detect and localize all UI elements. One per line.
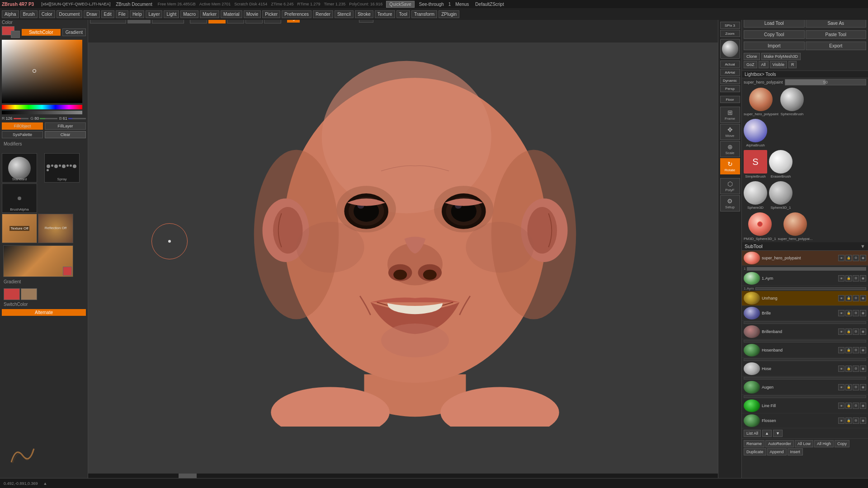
menu-document[interactable]: Document [57,10,83,18]
subtool-item-xyz[interactable]: Unrhang 👁 🔒 ⚙ ◉ [742,291,868,306]
frame-btn[interactable]: ⊞ Frame [720,107,740,123]
reflection-thumb[interactable]: Reflection Off [38,214,73,243]
standard-brush-thumb[interactable]: Standard [2,153,37,183]
subtool-vis-augen[interactable]: ◉ [860,384,866,390]
move-nav-btn[interactable]: ✥ Move [720,124,740,140]
zoom-btn[interactable]: Zoom [720,30,740,37]
menu-color[interactable]: Color [39,10,55,18]
subtool-slider-2[interactable] [755,287,866,290]
brush-item-sphere3d[interactable]: Sphere3D [744,181,767,210]
subtool-item-1[interactable]: super_hero_polypaint 👁 🔒 ⚙ ◉ [742,251,868,266]
subtool-eye-flossen[interactable]: 👁 [838,418,844,424]
menu-marker[interactable]: Marker [200,10,219,18]
subtool-gear-flossen[interactable]: ⚙ [853,418,859,424]
menu-light[interactable]: Light [164,10,179,18]
background-color[interactable] [11,31,20,38]
subtool-gear-2[interactable]: ⚙ [853,275,859,282]
subtool-item-2[interactable]: 1.Aym 👁 🔒 ⚙ ◉ [742,271,868,286]
intensity-slider[interactable]: 50 [785,79,866,85]
brush-item-superhero[interactable]: super_hero_polypaint [744,88,778,116]
floor-btn[interactable]: Floor [720,96,740,103]
subtool-gear-augen[interactable]: ⚙ [853,384,859,390]
subtool-eye-2[interactable]: 👁 [838,275,844,282]
subtool-gear-xyz[interactable]: ⚙ [853,295,859,301]
subtool-vis-flossen[interactable]: ◉ [860,418,866,424]
subtool-item-brillenband[interactable]: Brillenband 👁 🔒 ⚙ ◉ [742,324,868,339]
arrow-down-button[interactable]: ▼ [773,430,783,437]
g-slider[interactable] [40,118,57,119]
rotate-nav-btn[interactable]: ↻ Rotate [720,158,740,174]
brille-slider[interactable] [744,321,866,324]
menu-brush[interactable]: Brush [20,10,38,18]
subtool-eye-hosenband[interactable]: 👁 [838,347,844,353]
spix-btn[interactable]: SPix 3 [720,22,740,29]
subtool-lock-hose[interactable]: 🔒 [845,366,852,372]
import-button[interactable]: Import [744,42,805,50]
brush-item-superhero2[interactable]: super_hero_polypai... [778,212,813,241]
scroll-thumb[interactable] [179,474,197,478]
subtool-vis-xyz[interactable]: ◉ [860,295,866,301]
hue-slider[interactable] [2,105,82,109]
thumbnail-sphere[interactable] [720,39,740,59]
canvas-scrollbar[interactable] [88,474,718,478]
brush-item-sphere3d-1[interactable]: Sphere3D_1 [769,181,793,210]
menu-alpha[interactable]: Alpha [2,10,19,18]
menu-texture[interactable]: Texture [375,10,395,18]
augen-slider[interactable] [744,395,866,398]
subtool-vis-hosenband[interactable]: ◉ [860,347,866,353]
sys-palette-button[interactable]: SysPalette [2,131,43,138]
gradient-button[interactable]: Gradient [62,28,86,36]
quicksave-btn[interactable]: QuickSave [386,1,414,8]
paste-tool-button[interactable]: Paste Tool [806,30,867,39]
subtool-lock-flossen[interactable]: 🔒 [845,418,852,424]
r-button[interactable]: R [788,61,797,68]
actual-btn[interactable]: Actual [720,61,740,68]
subtool-lock-linefill[interactable]: 🔒 [845,403,852,409]
subtool-vis-hose[interactable]: ◉ [860,366,866,372]
subtool-eye-xyz[interactable]: 👁 [838,295,844,301]
append-button[interactable]: Append [767,448,787,455]
menu-stencil[interactable]: Stencil [335,10,354,18]
subtool-gear-1[interactable]: ⚙ [853,255,859,261]
export-button[interactable]: Export [806,42,867,50]
arrow-up-button[interactable]: ▲ [762,430,772,437]
subtool-item-hosenband[interactable]: Hosenband 👁 🔒 ⚙ ◉ [742,343,868,358]
brush-item-spheres[interactable]: SpheresBrush [780,88,804,116]
switch-color-button[interactable]: SwitchColor [22,29,61,36]
subtool-gear-hose[interactable]: ⚙ [853,366,859,372]
menu-material[interactable]: Material [221,10,242,18]
clone-button[interactable]: Clone [744,53,760,60]
load-tool-button[interactable]: Load Tool [744,19,805,28]
menu-render[interactable]: Render [313,10,333,18]
setup-btn[interactable]: ⚙ Setup [720,195,740,211]
menu-macro[interactable]: Macro [180,10,198,18]
duplicate-button[interactable]: Duplicate [744,448,766,455]
subtool-eye-brille[interactable]: 👁 [838,310,844,316]
zbrush-document[interactable]: ZBrush Document [114,1,154,7]
copy-tool-button[interactable]: Copy Tool [744,30,805,39]
subtool-lock-augen[interactable]: 🔒 [845,384,852,390]
clear-button[interactable]: Clear [45,131,86,138]
menu-zplugin[interactable]: ZPlugin [439,10,459,18]
b-slider[interactable] [68,118,86,119]
subtool-gear-brillenband[interactable]: ⚙ [853,328,859,335]
r-slider[interactable] [14,118,29,119]
save-as-button[interactable]: Save As [806,19,867,28]
subtool-opacity-slider[interactable] [747,267,866,271]
subtool-lock-xyz[interactable]: 🔒 [845,295,852,301]
subtool-vis-brille[interactable]: ◉ [860,310,866,316]
rename-button[interactable]: Rename [744,440,764,447]
subtool-item-linefill[interactable]: Line Fill 👁 🔒 ⚙ ◉ [742,399,868,413]
subtool-item-brille[interactable]: Brille 👁 🔒 ⚙ ◉ [742,306,868,321]
menu-help[interactable]: Help [130,10,145,18]
switch-swatch-2[interactable] [21,288,37,300]
menu-tool[interactable]: Tool [396,10,410,18]
subtool-vis-2[interactable]: ◉ [860,275,866,282]
scale-nav-btn[interactable]: ⊕ Scale [720,141,740,157]
insert-button[interactable]: Insert [788,448,803,455]
menu-edit[interactable]: Edit [101,10,114,18]
subtool-vis-1[interactable]: ◉ [860,255,866,261]
brush-item-pm3d[interactable]: PM3D_Sphere3D_1 [744,212,776,241]
aahal-btn[interactable]: AAHal [720,69,740,76]
hosenband-slider[interactable] [744,358,866,361]
